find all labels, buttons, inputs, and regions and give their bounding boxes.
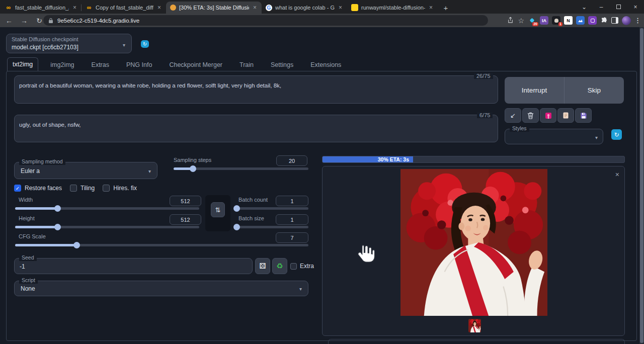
width-slider[interactable] xyxy=(15,207,199,210)
checkbox-unchecked-icon[interactable] xyxy=(103,185,110,192)
menu-kebab-icon[interactable]: ⋮ xyxy=(634,17,641,24)
colab-icon: ∞ xyxy=(5,4,12,11)
sampling-method-dropdown[interactable]: Sampling method Euler a ▾ xyxy=(14,162,157,179)
slider-handle[interactable] xyxy=(190,165,196,172)
extra-networks-button[interactable] xyxy=(540,108,556,123)
checkbox-unchecked-icon[interactable] xyxy=(70,185,77,192)
padlock-icon xyxy=(48,18,53,24)
sampling-steps-value[interactable]: 20 xyxy=(276,155,307,166)
extension-ia-icon[interactable]: IA xyxy=(540,16,548,25)
browser-tab-huggingface[interactable]: runwayml/stable-diffusion-v1 × xyxy=(347,2,438,14)
tab-close-icon[interactable]: × xyxy=(72,4,77,11)
window-close-button[interactable]: × xyxy=(627,0,644,14)
profile-avatar[interactable] xyxy=(622,16,631,25)
height-slider[interactable] xyxy=(15,226,199,228)
new-tab-button[interactable]: + xyxy=(440,2,452,14)
chevron-down-icon: ▾ xyxy=(299,286,302,292)
random-seed-button[interactable]: ⚄ xyxy=(255,258,270,274)
extension-office-icon[interactable] xyxy=(588,16,597,25)
browser-tab-colab-1[interactable]: ∞ fast_stable_diffusion_AUTOMA × xyxy=(1,2,82,14)
checkbox-checked-icon[interactable]: ✓ xyxy=(14,185,21,192)
apply-style-button[interactable] xyxy=(557,108,574,123)
batch-count-slider[interactable] xyxy=(236,207,308,210)
height-value[interactable]: 512 xyxy=(170,214,201,225)
tiling-checkbox[interactable]: Tiling xyxy=(70,185,95,192)
hires-fix-checkbox[interactable]: Hires. fix xyxy=(103,185,137,192)
generated-image[interactable] xyxy=(400,169,547,316)
checkpoint-dropdown[interactable]: Stable Diffusion checkpoint model.ckpt [… xyxy=(6,34,132,53)
back-button[interactable]: ← xyxy=(3,15,15,27)
tab-img2img[interactable]: img2img xyxy=(45,58,79,71)
reuse-seed-button[interactable]: ♻ xyxy=(272,258,287,274)
bookmark-star-icon[interactable]: ☆ xyxy=(518,17,524,25)
seed-value: -1 xyxy=(20,263,25,270)
negative-prompt-textarea[interactable]: ugly, out of shape, nsfw, xyxy=(14,115,498,142)
tab-search-icon[interactable]: ⌄ xyxy=(576,0,593,14)
clear-prompt-button[interactable] xyxy=(522,108,539,123)
browser-tab-colab-2[interactable]: ∞ Copy of fast_stable_diffusion_ × xyxy=(82,2,166,14)
sampling-steps-slider[interactable] xyxy=(174,167,308,170)
browser-tab-stable-diffusion[interactable]: [30% ETA: 3s] Stable Diffusion × xyxy=(166,2,262,14)
scrollbar-thumb[interactable] xyxy=(640,28,643,343)
swap-dimensions-button[interactable]: ⇅ xyxy=(211,202,225,217)
checkpoint-refresh-button[interactable]: ↻ xyxy=(141,40,149,48)
browser-toolbar: ← → ↻ 9e5e6cc2-c519-4dc5.gradio.live ☆ 2… xyxy=(0,14,644,27)
restore-faces-checkbox[interactable]: ✓ Restore faces xyxy=(14,185,62,192)
forward-button[interactable]: → xyxy=(18,15,30,27)
extension-pin-icon[interactable]: 20 xyxy=(528,16,536,25)
styles-dropdown[interactable]: Styles ▾ xyxy=(505,129,603,144)
refresh-icon: ↻ xyxy=(143,41,147,47)
tab-settings[interactable]: Settings xyxy=(266,58,298,71)
arrow-in-icon: ↙ xyxy=(510,112,516,119)
width-value[interactable]: 512 xyxy=(170,196,201,206)
cfg-scale-value[interactable]: 7 xyxy=(276,232,308,243)
styles-refresh-button[interactable]: ↻ xyxy=(611,129,622,140)
tab-extras[interactable]: Extras xyxy=(87,58,114,71)
window-minimize-button[interactable]: – xyxy=(593,0,610,14)
close-gallery-icon[interactable]: × xyxy=(615,170,619,179)
paste-generation-params-button[interactable]: ↙ xyxy=(505,108,521,123)
tab-close-icon[interactable]: × xyxy=(338,4,343,11)
extension-badge: 1 xyxy=(558,22,562,26)
checkpoint-label: Stable Diffusion checkpoint xyxy=(12,36,78,42)
batch-count-value[interactable]: 1 xyxy=(276,196,308,206)
gallery-thumbnail[interactable] xyxy=(468,319,481,332)
batch-size-slider[interactable] xyxy=(236,226,308,228)
share-icon[interactable] xyxy=(507,17,514,24)
window-maximize-button[interactable] xyxy=(610,0,627,14)
prompt-textarea[interactable]: portrait of a beautiful woman, wearing a… xyxy=(14,75,498,104)
swap-icon: ⇅ xyxy=(215,206,221,214)
tab-title: Copy of fast_stable_diffusion_ xyxy=(96,5,153,11)
interrupt-button[interactable]: Interrupt xyxy=(505,77,564,104)
tab-extensions[interactable]: Extensions xyxy=(305,58,346,71)
browser-tab-google-search[interactable]: G what is google colab - Googl × xyxy=(262,2,347,14)
checkbox-unchecked-icon[interactable] xyxy=(290,263,297,270)
styles-label: Styles xyxy=(510,125,529,132)
extra-seed-label: Extra xyxy=(300,263,314,270)
batch-size-value[interactable]: 1 xyxy=(276,214,308,225)
save-style-button[interactable] xyxy=(575,108,592,123)
extra-seed-checkbox[interactable]: Extra xyxy=(290,263,314,270)
extension-image-icon[interactable] xyxy=(576,16,585,25)
tab-checkpoint-merger[interactable]: Checkpoint Merger xyxy=(164,58,227,71)
extensions-puzzle-icon[interactable] xyxy=(600,17,608,24)
script-label: Script xyxy=(19,277,38,284)
notion-icon[interactable]: N xyxy=(564,16,573,25)
skip-button[interactable]: Skip xyxy=(565,77,624,104)
sampling-method-label: Sampling method xyxy=(19,158,65,165)
tab-close-icon[interactable]: × xyxy=(252,4,258,11)
extension-avatar-icon[interactable]: 1 xyxy=(552,16,560,25)
tab-png-info[interactable]: PNG Info xyxy=(121,58,157,71)
sidebar-panel-icon[interactable] xyxy=(611,17,618,24)
seed-input[interactable]: Seed -1 xyxy=(14,258,253,274)
tab-close-icon[interactable]: × xyxy=(156,4,162,11)
address-bar[interactable]: 9e5e6cc2-c519-4dc5.gradio.live xyxy=(43,15,488,26)
chevron-down-icon: ▾ xyxy=(123,42,125,48)
browser-tab-strip: ∞ fast_stable_diffusion_AUTOMA × ∞ Copy … xyxy=(0,0,644,14)
page-scrollbar[interactable] xyxy=(639,27,644,344)
tab-txt2img[interactable]: txt2img xyxy=(7,57,38,71)
cfg-scale-slider[interactable] xyxy=(15,244,308,246)
script-dropdown[interactable]: Script None ▾ xyxy=(14,281,308,296)
tab-close-icon[interactable]: × xyxy=(428,4,434,11)
tab-train[interactable]: Train xyxy=(234,58,259,71)
